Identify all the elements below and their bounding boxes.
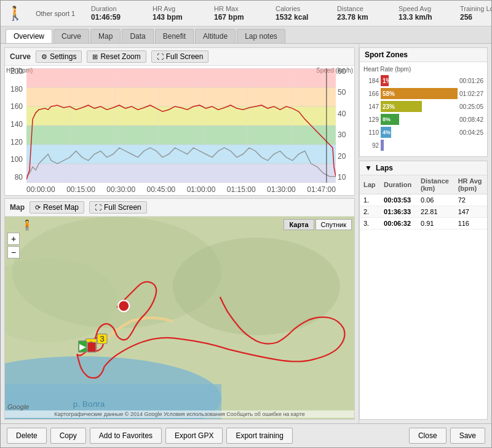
satellite-view-button[interactable]: Спутник <box>315 219 352 230</box>
lap-duration: 01:36:33 <box>380 206 417 218</box>
zones-section: Sport Zones Heart Rate (bpm) 184 1% 00:0… <box>359 47 488 157</box>
copy-button[interactable]: Copy <box>50 428 86 444</box>
table-row: 2. 01:36:33 22.81 147 <box>360 206 487 218</box>
lap-distance: 0.06 <box>417 194 454 206</box>
export-training-button[interactable]: Export training <box>226 428 292 444</box>
content-area: Curve ⚙ Settings ⊞ Reset Zoom ⛶ Full Scr… <box>1 44 491 423</box>
zone-3-label: 147 <box>363 103 381 110</box>
add-favorites-button[interactable]: Add to Favorites <box>90 428 162 444</box>
header-hr-max: HR Max 167 bpm <box>214 5 263 22</box>
zone-4-pct: 58% <box>381 90 395 97</box>
lap-distance: 22.81 <box>417 206 454 218</box>
header-distance: Distance 23.78 km <box>337 5 386 22</box>
zoom-in-button[interactable]: + <box>7 233 20 245</box>
tab-curve[interactable]: Curve <box>54 29 89 43</box>
laps-header: ▼ Laps <box>360 161 487 175</box>
header-hr-avg: HR Avg 143 bpm <box>153 5 202 22</box>
table-row: 1. 00:03:53 0.06 72 <box>360 194 487 206</box>
google-logo: Google <box>7 403 29 410</box>
tab-lap-notes[interactable]: Lap notes <box>237 29 285 43</box>
tab-map[interactable]: Map <box>90 29 121 43</box>
header-speed-avg: Speed Avg 13.3 km/h <box>399 5 448 22</box>
zone-4-bar-container: 58% 01:02:27 <box>381 88 483 99</box>
laps-table: Lap Duration Distance(km) HR Avg(bpm) 1.… <box>360 175 487 230</box>
footer: Delete Copy Add to Favorites Export GPX … <box>1 423 491 447</box>
lap-hr-avg: 72 <box>454 194 487 206</box>
lap-distance: 0.91 <box>417 218 454 230</box>
zone-4-label: 166 <box>363 90 381 97</box>
zoom-out-button[interactable]: − <box>7 246 20 258</box>
chart-y-labels-right: 605040302010 <box>336 66 354 183</box>
zone-4-time: 01:02:27 <box>459 90 483 97</box>
chart-x-labels: 00:00:0000:15:0000:30:0000:45:0001:00:00… <box>26 185 336 194</box>
svg-point-28 <box>118 300 129 311</box>
export-gpx-button[interactable]: Export GPX <box>165 428 223 444</box>
zone-2-pct: 8% <box>381 116 391 122</box>
settings-button[interactable]: ⚙ Settings <box>36 50 82 63</box>
zone-0-bar-container <box>381 140 483 151</box>
map-svg: р. Волга <box>5 217 354 419</box>
full-screen-button[interactable]: ⛶ Full Screen <box>151 50 209 63</box>
svg-rect-5 <box>26 164 336 183</box>
map-view-button[interactable]: Карта <box>284 219 314 230</box>
save-button[interactable]: Save <box>450 428 485 444</box>
tab-overview[interactable]: Overview <box>6 29 52 43</box>
header-duration: Duration 01:46:59 <box>91 5 140 22</box>
sport-name: Other sport 1 <box>36 10 79 17</box>
zone-1-pct: 4% <box>381 129 391 135</box>
chart-y-labels-left: 20018016014012010080 <box>5 66 25 183</box>
header-training-load: Training Load 256 <box>460 5 492 22</box>
zone-5-bar-container: 1% 00:01:26 <box>381 75 483 86</box>
zone-1-bar: 4% <box>381 127 391 138</box>
left-panel: Curve ⚙ Settings ⊞ Reset Zoom ⛶ Full Scr… <box>1 44 359 423</box>
zone-3-bar-container: 23% 00:25:05 <box>381 101 483 112</box>
laps-collapse-icon[interactable]: ▼ <box>365 164 372 172</box>
map-overlay-buttons: Карта Спутник <box>284 219 352 230</box>
tab-data[interactable]: Data <box>122 29 153 43</box>
pegman-icon[interactable]: 🧍 <box>21 219 33 231</box>
lap-duration: 00:03:53 <box>380 194 417 206</box>
table-row: 3. 00:06:32 0.91 116 <box>360 218 487 230</box>
reset-map-button[interactable]: ⟳ Reset Map <box>30 201 84 214</box>
chart-toolbar: Curve ⚙ Settings ⊞ Reset Zoom ⛶ Full Scr… <box>5 48 354 66</box>
col-distance: Distance(km) <box>417 175 454 194</box>
svg-point-23 <box>173 238 340 335</box>
laps-title: Laps <box>376 164 393 172</box>
close-button[interactable]: Close <box>409 428 446 444</box>
map-zoom-controls: + − <box>7 233 20 258</box>
tab-altitude[interactable]: Altitude <box>195 29 236 43</box>
map-full-screen-button[interactable]: ⛶ Full Screen <box>89 201 147 214</box>
zones-content: Heart Rate (bpm) 184 1% 00:01:26 <box>360 62 487 156</box>
zone-0-label: 92 <box>363 142 381 149</box>
zone-row-0: 92 <box>363 140 483 151</box>
zone-row-3: 147 23% 00:25:05 <box>363 101 483 112</box>
zones-title: Sport Zones <box>360 48 487 62</box>
chart-container: HR (bpm) Speed (km/h) 200180160140120100… <box>5 66 354 195</box>
svg-rect-3 <box>26 126 336 145</box>
lap-duration: 00:06:32 <box>380 218 417 230</box>
delete-button[interactable]: Delete <box>7 428 47 444</box>
lap-number: 2. <box>360 206 380 218</box>
main-container: 🚶 Other sport 1 Duration 01:46:59 HR Avg… <box>0 0 492 448</box>
zone-1-bar-container: 4% 00:04:25 <box>381 127 483 138</box>
zone-1-time: 00:04:25 <box>459 129 483 136</box>
reset-zoom-button[interactable]: ⊞ Reset Zoom <box>87 50 146 63</box>
svg-rect-2 <box>26 106 336 126</box>
zone-5-label: 184 <box>363 78 381 84</box>
map-container[interactable]: р. Волга <box>5 217 354 419</box>
zone-5-pct: 1% <box>381 78 391 84</box>
map-attribution: Картографические данные © 2014 Google Ус… <box>5 410 354 418</box>
map-title: Map <box>10 203 25 212</box>
header: 🚶 Other sport 1 Duration 01:46:59 HR Avg… <box>1 1 491 26</box>
svg-rect-35 <box>87 342 96 352</box>
col-hr-avg: HR Avg(bpm) <box>454 175 487 194</box>
header-calories: Calories 1532 kcal <box>276 5 325 22</box>
zone-row-4: 166 58% 01:02:27 <box>363 88 483 99</box>
lap-number: 3. <box>360 218 380 230</box>
zones-hr-label: Heart Rate (bpm) <box>363 66 483 73</box>
laps-header-row: Lap Duration Distance(km) HR Avg(bpm) <box>360 175 487 194</box>
zone-1-label: 110 <box>363 129 381 136</box>
sport-icon: 🚶 <box>7 6 23 22</box>
tab-benefit[interactable]: Benefit <box>155 29 194 43</box>
svg-rect-0 <box>26 68 336 87</box>
